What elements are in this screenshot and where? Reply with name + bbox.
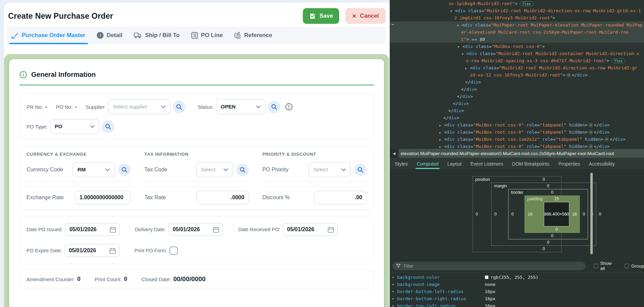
dom-tree-line[interactable]: </div> <box>390 114 644 121</box>
calendar-icon[interactable] <box>109 248 116 254</box>
tax-rate-input[interactable]: .0000 <box>196 191 249 204</box>
date-po-issued-input[interactable]: 05/01/2026 <box>65 223 120 236</box>
delivery-date-label: Delivery Date: <box>135 227 166 232</box>
dom-tree-line[interactable]: ▼<div class="MuiGrid2-root MuiGrid2-dire… <box>390 7 644 14</box>
expand-arrow-icon[interactable]: ▶ <box>392 290 397 293</box>
dom-tree-line[interactable]: ▶<div class="MuiGrid2-root MuiGrid2-dire… <box>390 64 644 71</box>
scrollbar-thumb[interactable] <box>590 173 593 254</box>
group-toggle[interactable]: Group <box>625 263 644 269</box>
po-type-search-button[interactable] <box>102 120 114 133</box>
date-value: 05/01/2026 <box>69 248 96 254</box>
dom-tree-line[interactable]: t"> == $0 <box>390 36 644 43</box>
po-priority-select[interactable]: Select <box>309 162 351 177</box>
dom-tree-line[interactable]: </div> <box>390 79 644 86</box>
dom-tree-line[interactable]: ▶<div class="MuiBox-root css-0" role="ta… <box>390 129 644 136</box>
filter-input[interactable]: Filter <box>392 262 586 270</box>
exchange-rate-input[interactable]: 1.0000000000000 <box>75 191 131 204</box>
property-name: border-top-left-radius <box>397 303 485 307</box>
margin-bottom: 0 <box>508 239 588 245</box>
devtools-breadcrumb-bar[interactable]: ◀ elevation.MuiPaper-rounded.MuiPaper-el… <box>390 149 644 158</box>
more-actions-icon[interactable]: ⋯ <box>391 21 393 28</box>
breadcrumb[interactable]: elevation.MuiPaper-rounded.MuiPaper-elev… <box>399 151 614 156</box>
dom-tree-line[interactable]: ⋯▼<div class="MuiPaper-root MuiPaper-ele… <box>390 21 644 29</box>
print-po-form-checkbox[interactable] <box>169 246 178 255</box>
breadcrumb-back-button[interactable]: ◀ <box>390 149 399 158</box>
dom-tree-line[interactable]: ▶<div class="MuiBox-root css-0" role="ta… <box>390 143 644 149</box>
calendar-icon[interactable] <box>213 226 219 233</box>
tab-reference[interactable]: Reference <box>234 27 272 44</box>
computed-properties-list[interactable]: ▶background-colorrgb(255, 255, 255)▶back… <box>390 272 644 307</box>
dom-tree-line[interactable]: id-xs-12 css-16fnxy3-MuiGrid2-root">⋯</d… <box>390 71 644 79</box>
dom-tree[interactable]: ss-1pi8xg4-MuiGrid2-root">flex▼<div clas… <box>390 0 644 149</box>
divider <box>262 186 367 187</box>
expand-arrow-icon[interactable]: ▶ <box>392 283 397 286</box>
computed-property-row[interactable]: ▶border-top-left-radius16px <box>390 302 644 307</box>
computed-property-row[interactable]: ▶background-colorrgb(255, 255, 255) <box>390 274 644 281</box>
expand-arrow-icon[interactable]: ▶ <box>392 297 397 300</box>
dom-tree-line[interactable]: ▼<div class="MuiGrid2-root MuiGrid2-cont… <box>390 50 644 57</box>
dom-tree-line[interactable]: ▶<div class="MuiBox-root css-0" role="ta… <box>390 121 644 129</box>
dom-tree-line[interactable]: </div> <box>390 93 644 100</box>
po-priority-search-button[interactable] <box>354 164 367 176</box>
computed-property-row[interactable]: ▶border-bottom-right-radius16px <box>390 295 644 302</box>
dom-tree-line[interactable]: 2 imgGird1 css-16fnxy3-MuiGrid2-root"> <box>390 14 644 21</box>
devtools-tab-styles[interactable]: Styles <box>390 158 412 170</box>
flex-badge: flex <box>611 58 625 63</box>
box-model-margin: margin 0 0 0 0 border 0 0 0 0 <box>491 183 596 246</box>
position-top: 0 <box>491 176 596 183</box>
dom-tree-line[interactable]: </div> <box>390 107 644 114</box>
devtools-tab-dom-breakpoints[interactable]: DOM Breakpoints <box>508 158 554 170</box>
dom-tree-line[interactable]: er-elevation0 MuiCard-root css-2s58ym-Mu… <box>390 29 644 36</box>
dom-tree-line[interactable]: </div> <box>390 100 644 107</box>
devtools-tab-properties[interactable]: Properties <box>554 158 585 170</box>
devtools-tab-computed[interactable]: Computed <box>412 158 443 170</box>
group-checkbox[interactable] <box>625 264 629 268</box>
dom-tree-line[interactable]: ss-1pi8xg4-MuiGrid2-root">flex <box>390 0 644 7</box>
property-name: background-image <box>397 282 485 287</box>
chevron-down-icon <box>341 168 346 171</box>
filter-placeholder: Filter <box>404 263 413 269</box>
save-button[interactable]: Save <box>303 8 339 24</box>
calendar-icon[interactable] <box>110 226 116 233</box>
devtools-tab-layout[interactable]: Layout <box>443 158 466 170</box>
status-search-button[interactable] <box>268 101 280 113</box>
devtools-tab-accessibility[interactable]: Accessibility <box>585 158 619 170</box>
collapsed-children-icon: ⋯ <box>588 123 593 127</box>
po-expire-date-input[interactable]: 05/01/2026 <box>65 244 119 257</box>
tab-po-line[interactable]: PO Line <box>191 27 223 44</box>
expand-arrow-icon[interactable]: ▶ <box>392 304 397 307</box>
computed-property-row[interactable]: ▶background-imagenone <box>390 281 644 288</box>
tab-ship-bill-to[interactable]: Ship / Bill To <box>134 27 180 44</box>
supplier-search-button[interactable] <box>173 101 185 113</box>
padding-top: 15 <box>544 196 569 202</box>
pr-no-value: - <box>45 104 47 110</box>
calendar-icon[interactable] <box>328 226 334 233</box>
tax-code-search-button[interactable] <box>236 164 249 176</box>
dom-tree-line[interactable]: </div> <box>390 86 644 93</box>
delivery-date-input[interactable]: 05/01/2026 <box>168 223 223 236</box>
po-type-select[interactable]: PO <box>50 119 99 134</box>
cancel-button[interactable]: ✕ Cancel <box>345 8 386 24</box>
discount-input[interactable]: .00 <box>314 191 367 204</box>
currency-code-select[interactable]: RM <box>73 162 115 177</box>
status-select[interactable]: OPEN <box>216 99 265 114</box>
dom-tree-line[interactable]: s-row MuiGrid2-spacing-xs-3 css-dkd71f-M… <box>390 57 644 64</box>
computed-property-row[interactable]: ▶border-bottom-left-radius16px <box>390 288 644 295</box>
identity-row-2: PO Type: PO <box>26 119 367 134</box>
show-all-checkbox[interactable] <box>594 264 598 268</box>
date-received-po-input[interactable]: 05/01/2026 <box>283 223 338 236</box>
print-count-value: 0 <box>124 276 127 283</box>
devtools-tab-event-listeners[interactable]: Event Listeners <box>466 158 508 170</box>
tax-code-select[interactable]: Select <box>196 162 233 177</box>
currency-search-button[interactable] <box>118 164 131 176</box>
property-name: background-color <box>397 275 485 280</box>
dom-tree-line[interactable]: ▶<div class="MuiBox-root css-1sm2s1z" ro… <box>390 136 644 143</box>
supplier-select[interactable]: Select supplier <box>108 99 170 114</box>
dom-tree-line[interactable]: ▼<div class="MuiBox-root css-0"> <box>390 43 644 50</box>
date-po-issued-label: Date PO Issued: <box>26 227 62 232</box>
expand-arrow-icon[interactable]: ▶ <box>392 276 397 279</box>
show-all-toggle[interactable]: Show all <box>594 261 617 271</box>
tab-detail[interactable]: i Detail <box>97 27 122 44</box>
margin-top: 0 <box>508 183 588 189</box>
tab-purchase-order-master[interactable]: Purchase Order Master <box>11 27 85 44</box>
